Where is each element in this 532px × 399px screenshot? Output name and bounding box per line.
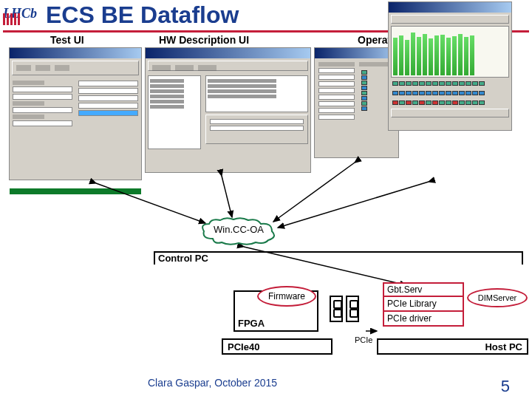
hw-description-ui-screenshot <box>145 47 311 173</box>
pcie40-label: PCIe40 <box>228 341 259 352</box>
gbtserv-box: Gbt.Serv <box>383 282 464 297</box>
test-ui-screenshot <box>9 47 142 180</box>
footer-author: Clara Gaspar, October 2015 <box>148 377 277 396</box>
pcie-connector-left <box>330 296 343 322</box>
pcie-driver-box: PCIe driver <box>383 312 464 327</box>
host-pc-box: Host PC <box>377 338 528 355</box>
pcie-library-box: PCIe Library <box>383 297 464 312</box>
pcie-bus-label: PCIe <box>355 335 372 344</box>
svg-line-3 <box>278 182 429 228</box>
wincc-oa-cloud: Win.CC-OA <box>198 216 279 246</box>
test-ui-label: Test UI <box>50 34 84 46</box>
dimserver-label: DIMServer <box>478 293 517 302</box>
host-pc-label: Host PC <box>485 341 522 352</box>
fpga-box: Firmware FPGA <box>233 290 318 332</box>
operation-ui-screenshot-1 <box>314 47 399 158</box>
operation-ui-screenshot-2 <box>388 1 512 131</box>
lhcb-logo: LHCb <box>3 6 41 25</box>
svg-line-1 <box>222 176 232 217</box>
slide-title: ECS BE Dataflow <box>46 1 239 29</box>
fpga-label: FPGA <box>238 318 265 329</box>
firmware-oval: Firmware <box>257 286 316 307</box>
pcie40-box: PCIe40 <box>222 338 332 355</box>
control-pc-box: Control PC <box>154 251 523 265</box>
driver-stack: Gbt.Serv PCIe Library PCIe driver <box>383 282 464 327</box>
page-number: 5 <box>501 377 510 396</box>
hw-ui-label: HW Description UI <box>159 34 249 46</box>
firmware-label: Firmware <box>268 291 305 301</box>
dimserver-oval: DIMServer <box>467 288 528 307</box>
control-pc-label: Control PC <box>158 253 208 264</box>
pcie-connector-right <box>346 296 359 322</box>
cloud-label: Win.CC-OA <box>198 224 279 235</box>
